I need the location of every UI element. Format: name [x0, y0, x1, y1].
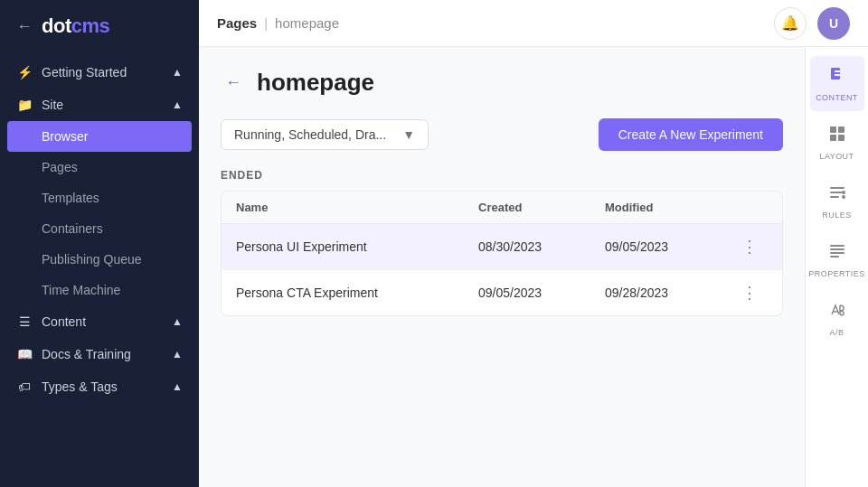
- rules-panel-icon: [827, 183, 847, 207]
- panel-item-content[interactable]: CONTENT: [810, 56, 864, 111]
- experiment-modified: 09/05/2023: [605, 239, 731, 254]
- sidebar-item-pages[interactable]: Pages: [0, 152, 199, 183]
- sidebar-item-label: Site: [42, 98, 63, 112]
- breadcrumb-divider: |: [264, 15, 268, 31]
- sidebar-item-label: Publishing Queue: [42, 252, 142, 267]
- sidebar-item-content[interactable]: ☰ Content ▲: [0, 305, 199, 338]
- rules-panel-label: RULES: [822, 211, 851, 220]
- chevron-icon: ▲: [172, 66, 183, 79]
- sidebar-item-label: Types & Tags: [42, 379, 118, 394]
- svg-rect-4: [838, 126, 844, 133]
- experiment-name: Persona CTA Experiment: [236, 286, 478, 300]
- filter-label: Running, Scheduled, Dra...: [234, 127, 386, 142]
- sidebar-item-site[interactable]: 📁 Site ▲: [0, 89, 199, 121]
- logo-text: dotcms: [42, 14, 109, 38]
- ab-panel-icon: [827, 300, 847, 324]
- svg-point-10: [842, 191, 845, 194]
- content-panel-label: CONTENT: [816, 93, 858, 102]
- types-icon: 🏷: [16, 379, 33, 394]
- sidebar: ← dotcms ⚡ Getting Started ▲ 📁 Site ▲ Br…: [0, 0, 199, 487]
- sidebar-item-publishing-queue[interactable]: Publishing Queue: [0, 244, 199, 275]
- svg-rect-2: [835, 74, 840, 76]
- page-title: homepage: [257, 69, 374, 97]
- chevron-icon: ▲: [172, 380, 183, 393]
- experiment-name: Persona UI Experiment: [236, 239, 478, 254]
- section-label: ENDED: [221, 169, 783, 182]
- main-wrapper: Pages | homepage 🔔 U ← homepage Running,…: [199, 0, 868, 487]
- sidebar-item-time-machine[interactable]: Time Machine: [0, 275, 199, 305]
- col-modified: Modified: [605, 201, 731, 214]
- topbar-actions: 🔔 U: [774, 7, 850, 40]
- col-name: Name: [236, 201, 478, 214]
- sidebar-item-label: Docs & Training: [42, 347, 131, 361]
- notifications-button[interactable]: 🔔: [774, 7, 807, 40]
- ab-panel-label: A/B: [830, 328, 844, 337]
- content-panel-icon: [827, 65, 847, 89]
- breadcrumb: Pages | homepage: [217, 15, 339, 31]
- content-icon: ☰: [16, 314, 33, 329]
- experiment-created: 09/05/2023: [478, 286, 605, 300]
- row-more-button[interactable]: ⋮: [731, 237, 768, 257]
- right-panel: CONTENT LAYOUT: [805, 47, 868, 487]
- svg-rect-5: [830, 135, 836, 141]
- sidebar-item-templates[interactable]: Templates: [0, 183, 199, 213]
- sidebar-item-docs-training[interactable]: 📖 Docs & Training ▲: [0, 338, 199, 370]
- experiments-table: Name Created Modified Persona UI Experim…: [221, 191, 783, 316]
- sidebar-item-label: Content: [42, 314, 86, 329]
- user-avatar[interactable]: U: [817, 7, 850, 40]
- table-row: Persona UI Experiment 08/30/2023 09/05/2…: [222, 224, 782, 270]
- topbar: Pages | homepage 🔔 U: [199, 0, 868, 47]
- layout-panel-icon: [827, 124, 847, 148]
- table-row: Persona CTA Experiment 09/05/2023 09/28/…: [222, 270, 782, 315]
- nav-section: ⚡ Getting Started ▲ 📁 Site ▲ Browser Pag…: [0, 52, 199, 407]
- svg-rect-13: [830, 248, 844, 250]
- svg-rect-1: [835, 70, 840, 72]
- svg-rect-6: [838, 135, 844, 141]
- svg-rect-14: [830, 252, 844, 254]
- sidebar-item-label: Browser: [42, 129, 88, 144]
- logo: ← dotcms: [0, 0, 199, 52]
- back-nav-icon[interactable]: ←: [16, 17, 33, 36]
- docs-icon: 📖: [16, 347, 33, 361]
- experiment-created: 08/30/2023: [478, 239, 605, 254]
- layout-panel-label: LAYOUT: [819, 152, 854, 161]
- row-more-button[interactable]: ⋮: [731, 283, 768, 303]
- col-actions: [731, 201, 768, 214]
- chevron-icon: ▲: [172, 348, 183, 361]
- properties-panel-icon: [827, 241, 847, 266]
- sidebar-item-label: Time Machine: [42, 283, 120, 297]
- sidebar-item-containers[interactable]: Containers: [0, 213, 199, 244]
- panel-item-properties[interactable]: PROPERTIES: [810, 232, 864, 287]
- back-button[interactable]: ←: [221, 70, 246, 96]
- content-area: ← homepage Running, Scheduled, Dra... ▼ …: [199, 47, 868, 487]
- panel-item-rules[interactable]: RULES: [810, 173, 864, 229]
- filter-dropdown[interactable]: Running, Scheduled, Dra... ▼: [221, 119, 429, 150]
- sidebar-item-getting-started[interactable]: ⚡ Getting Started ▲: [0, 56, 199, 89]
- sidebar-item-label: Templates: [42, 191, 99, 205]
- experiment-modified: 09/28/2023: [605, 286, 731, 300]
- sidebar-item-browser[interactable]: Browser: [7, 121, 192, 152]
- svg-rect-15: [830, 256, 839, 258]
- sidebar-item-label: Containers: [42, 221, 103, 236]
- site-icon: 📁: [16, 98, 33, 112]
- panel-item-ab[interactable]: A/B: [810, 291, 864, 346]
- svg-rect-9: [830, 196, 839, 198]
- breadcrumb-current: homepage: [275, 15, 339, 31]
- svg-point-11: [842, 195, 845, 199]
- breadcrumb-root[interactable]: Pages: [217, 15, 257, 31]
- sidebar-item-label: Getting Started: [42, 65, 127, 80]
- svg-rect-12: [830, 245, 844, 247]
- col-created: Created: [478, 201, 605, 214]
- svg-rect-0: [831, 68, 840, 80]
- create-experiment-button[interactable]: Create A New Experiment: [599, 118, 783, 151]
- chevron-icon: ▲: [172, 98, 183, 111]
- getting-started-icon: ⚡: [16, 65, 33, 80]
- table-header: Name Created Modified: [222, 192, 782, 224]
- toolbar: Running, Scheduled, Dra... ▼ Create A Ne…: [221, 118, 783, 151]
- panel-item-layout[interactable]: LAYOUT: [810, 115, 864, 170]
- chevron-icon: ▲: [172, 315, 183, 328]
- main-content: ← homepage Running, Scheduled, Dra... ▼ …: [199, 47, 805, 487]
- svg-rect-7: [830, 187, 844, 189]
- sidebar-item-types-tags[interactable]: 🏷 Types & Tags ▲: [0, 370, 199, 403]
- sidebar-item-label: Pages: [42, 160, 78, 174]
